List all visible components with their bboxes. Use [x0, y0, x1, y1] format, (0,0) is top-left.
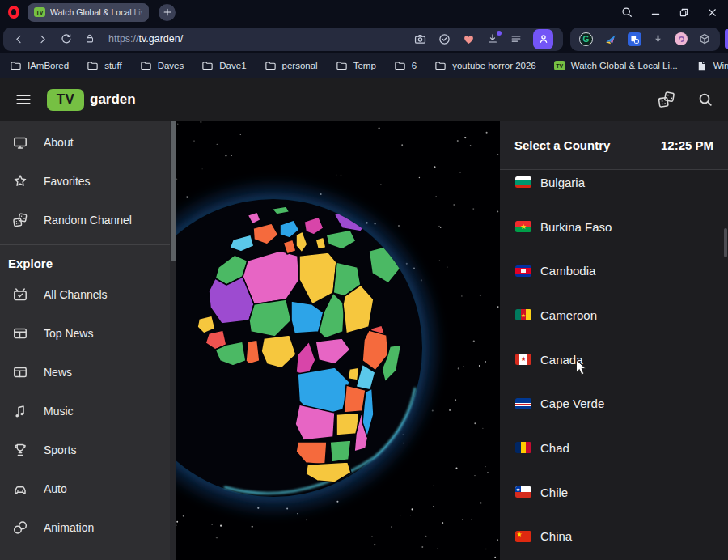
bookmark-temp[interactable]: Temp	[336, 60, 376, 72]
downloads-icon[interactable]	[486, 32, 499, 45]
heart-icon[interactable]	[462, 32, 476, 46]
bookmark-daves[interactable]: Daves	[140, 60, 184, 72]
country-row-cameroon[interactable]: ★Cameroon	[500, 293, 728, 337]
close-button[interactable]	[706, 6, 718, 19]
extensions-cube-icon[interactable]	[698, 32, 711, 45]
page-icon	[696, 60, 708, 72]
tv-garden-favicon-icon: TV	[554, 61, 565, 70]
sidebar-item-news[interactable]: News	[0, 353, 176, 392]
bookmark-label: WinDV	[713, 61, 728, 70]
sidebar-item-favorites[interactable]: Favorites	[0, 162, 176, 201]
bookmark-dave1[interactable]: Dave1	[201, 60, 246, 72]
sidebar-item-label: News	[44, 366, 72, 379]
country-row-burkina-faso[interactable]: ★Burkina Faso	[500, 205, 728, 249]
folder-icon	[336, 60, 348, 72]
browser-tab[interactable]: TV Watch Global & Local Live TV C	[28, 3, 149, 22]
sidebar-panel-toggle[interactable]	[725, 29, 728, 49]
lock-icon[interactable]	[84, 33, 95, 45]
sidebar-item-label: Favorites	[44, 175, 91, 188]
reload-icon[interactable]	[60, 32, 73, 45]
tv-garden-page: TV garden AboutFavoritesRandom Channel E…	[0, 78, 728, 560]
bookmark-watch-global-local-li[interactable]: TVWatch Global & Local Li...	[554, 61, 678, 70]
bookmark-stuff[interactable]: stuff	[87, 60, 122, 72]
restore-button[interactable]	[678, 6, 690, 19]
country-list-scrollbar-thumb[interactable]	[724, 228, 727, 257]
tab-strip: TV Watch Global & Local Live TV C	[0, 0, 728, 24]
sidebar-item-music[interactable]: Music	[0, 392, 176, 431]
globe-view[interactable]	[176, 121, 500, 560]
sidebar-divider	[0, 244, 176, 245]
plus-icon	[162, 6, 173, 18]
easy-setup-icon[interactable]	[510, 32, 523, 45]
sidebar-item-all-channels[interactable]: All Channels	[0, 275, 176, 314]
profile-button[interactable]	[533, 29, 553, 49]
folder-icon	[87, 60, 99, 72]
bookmark-personal[interactable]: personal	[265, 60, 318, 72]
folder-icon	[394, 60, 406, 72]
country-row-canada[interactable]: ★Canada	[500, 337, 728, 382]
car-icon	[11, 480, 29, 498]
country-row-chad[interactable]: Chad	[500, 426, 728, 470]
news-icon	[11, 325, 29, 342]
earth-globe[interactable]	[176, 121, 500, 560]
download-badge	[497, 31, 502, 36]
country-name: Burkina Faso	[540, 220, 612, 234]
tv-garden-logo[interactable]: TV garden	[47, 89, 136, 111]
bookmark-6[interactable]: 6	[394, 60, 417, 72]
cameroon-flag-icon: ★	[515, 309, 531, 320]
country-row-chile[interactable]: ★Chile	[500, 470, 728, 515]
new-tab-button[interactable]	[159, 4, 176, 21]
country-row-cambodia[interactable]: Cambodia	[500, 248, 728, 293]
sidebar-item-label: Top News	[44, 327, 93, 340]
sidebar-item-random-channel[interactable]: Random Channel	[0, 201, 176, 240]
bookmark-label: 6	[412, 61, 417, 70]
bookmark-youtube-horror-2026[interactable]: youtube horror 2026	[434, 60, 536, 72]
country-row-china[interactable]: ★China	[500, 515, 728, 559]
sidebar-scrollbar[interactable]	[170, 121, 176, 560]
country-name: Bulgaria	[540, 176, 585, 189]
back-icon[interactable]	[13, 33, 25, 45]
shield-check-icon[interactable]	[438, 32, 451, 46]
sidebar-scrollbar-thumb[interactable]	[171, 121, 176, 261]
address-bar[interactable]: https://tv.garden/	[3, 28, 563, 51]
sidebar-item-label: Animation	[44, 521, 94, 534]
pink-extension-icon[interactable]	[675, 32, 688, 45]
bookmark-iambored[interactable]: IAmBored	[10, 60, 69, 72]
browser-window: TV Watch Global & Local Live TV C https:…	[0, 0, 728, 560]
mouse-cursor	[575, 359, 587, 376]
folder-icon	[265, 60, 277, 72]
country-name: Cape Verde	[540, 397, 604, 410]
password-extension-icon[interactable]	[628, 32, 641, 46]
hamburger-menu-icon[interactable]	[15, 91, 32, 108]
site-search-icon[interactable]	[697, 91, 713, 108]
sidebar-item-auto[interactable]: Auto	[0, 469, 176, 508]
logo-garden-text: garden	[90, 91, 136, 108]
sidebar-item-animation[interactable]: Animation	[0, 508, 176, 547]
bulgaria-flag-icon	[515, 176, 531, 188]
sidebar-item-about[interactable]: About	[0, 123, 176, 162]
site-body: AboutFavoritesRandom Channel Explore All…	[0, 121, 728, 560]
sidebar-item-sports[interactable]: Sports	[0, 431, 176, 469]
url-text[interactable]: https://tv.garden/	[108, 33, 183, 45]
extensions-area: G	[570, 28, 720, 51]
country-panel-header: Select a Country 12:25 PM	[500, 121, 728, 170]
country-row-cape-verde[interactable]: Cape Verde	[500, 381, 728, 426]
minimize-button[interactable]	[650, 6, 662, 19]
bookmark-label: personal	[282, 61, 318, 70]
random-dice-icon[interactable]	[657, 90, 678, 109]
country-row-bulgaria[interactable]: Bulgaria	[500, 170, 728, 205]
tab-title-fade	[128, 3, 149, 22]
sidebar-item-top-news[interactable]: Top News	[0, 314, 176, 353]
browser-search-icon[interactable]	[620, 6, 633, 19]
country-name: Cambodia	[540, 264, 595, 278]
country-list[interactable]: Bulgaria★Burkina FasoCambodia★Cameroon★C…	[500, 170, 728, 560]
snapshot-camera-icon[interactable]	[413, 32, 427, 46]
grammarly-extension-icon[interactable]: G	[579, 32, 593, 46]
panel-title: Select a Country	[514, 138, 610, 152]
bookmark-windv[interactable]: WinDV	[696, 60, 728, 72]
opera-logo-icon[interactable]	[8, 6, 19, 19]
download-extension-icon[interactable]	[652, 33, 664, 45]
folder-icon	[434, 60, 447, 72]
forward-icon[interactable]	[36, 33, 49, 45]
colorful-extension-icon[interactable]	[603, 32, 617, 46]
